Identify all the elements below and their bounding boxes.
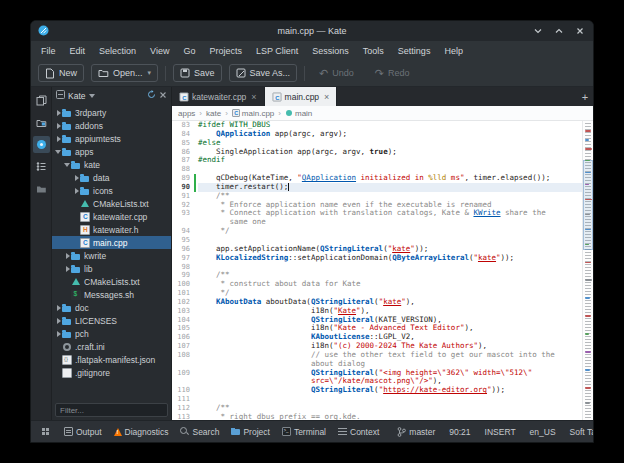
line-number[interactable]: 113 xyxy=(172,413,194,420)
tree-item-katewaiter-cpp[interactable]: katewaiter.cpp xyxy=(52,210,171,223)
sidebar-files-button[interactable] xyxy=(33,180,50,197)
line-number[interactable]: 108 xyxy=(172,351,194,360)
open-button[interactable]: Open... ▾ xyxy=(91,64,158,82)
line-number[interactable]: 105 xyxy=(172,324,194,333)
line-number[interactable]: 112 xyxy=(172,404,194,413)
menu-item-help[interactable]: Help xyxy=(437,44,470,58)
breadcrumb-item-main[interactable]: main xyxy=(285,109,312,118)
code-line-86[interactable]: 86 SingleApplication app(argc, argv, tru… xyxy=(172,148,582,157)
line-number[interactable]: 95 xyxy=(172,236,194,245)
title-bar[interactable]: main.cpp — Kate xyxy=(31,21,593,41)
tree-item-katewaiter-h[interactable]: katewaiter.h xyxy=(52,223,171,236)
tree-item-kwrite[interactable]: kwrite xyxy=(52,249,171,262)
tab-close-icon[interactable]: × xyxy=(324,92,329,102)
minimap-viewport[interactable] xyxy=(583,160,593,250)
cursor-position-status[interactable]: 90:21 xyxy=(444,427,475,437)
expander-down-icon[interactable] xyxy=(55,147,62,157)
line-number[interactable]: 91 xyxy=(172,192,194,201)
breadcrumb-item-apps[interactable]: apps xyxy=(178,109,195,118)
tree-item-gitignore[interactable]: .gitignore xyxy=(52,366,171,379)
refresh-icon[interactable] xyxy=(147,90,156,101)
expander-right-icon[interactable] xyxy=(64,264,71,274)
expander-right-icon[interactable] xyxy=(73,173,80,183)
line-number[interactable]: 98 xyxy=(172,263,194,272)
menu-item-selection[interactable]: Selection xyxy=(92,44,143,58)
line-number[interactable]: 88 xyxy=(172,165,194,174)
input-mode-status[interactable]: INSERT xyxy=(480,427,521,437)
expander-right-icon[interactable] xyxy=(55,316,62,326)
menu-item-file[interactable]: File xyxy=(34,44,63,58)
menu-item-edit[interactable]: Edit xyxy=(63,44,93,58)
undo-button[interactable]: ↶ Undo xyxy=(312,64,361,82)
code-line-111[interactable]: 111 xyxy=(172,395,582,404)
tree-item-pch[interactable]: pch xyxy=(52,327,171,340)
breadcrumb-item-kate[interactable]: kate xyxy=(206,109,221,118)
tab-main-cpp[interactable]: main.cpp× xyxy=(265,87,338,106)
line-number[interactable]: 84 xyxy=(172,130,194,139)
close-button[interactable] xyxy=(574,25,586,37)
line-number[interactable]: 90 xyxy=(172,183,194,192)
line-number[interactable]: 83 xyxy=(172,121,194,130)
tree-item-messages-sh[interactable]: Messages.sh xyxy=(52,288,171,301)
code-line-wrap[interactable]: same one xyxy=(172,218,582,227)
sidebar-projects-button[interactable] xyxy=(33,136,50,153)
sidebar-documents-button[interactable] xyxy=(33,92,50,109)
tree-item-kate[interactable]: kate xyxy=(52,158,171,171)
menu-item-sessions[interactable]: Sessions xyxy=(305,44,356,58)
minimap-scrollbar[interactable] xyxy=(582,121,593,420)
code-line-90[interactable]: 90 timer.restart(); xyxy=(172,183,582,192)
code-line-110[interactable]: 110 QStringLiteral("https://kate-editor.… xyxy=(172,386,582,395)
code-editor[interactable]: 83#ifdef WITH_DBUS84 QApplication app(ar… xyxy=(172,121,582,420)
tab-mode-status[interactable]: Soft Tabs: 4 xyxy=(565,427,594,437)
project-selector[interactable]: Kate xyxy=(68,91,86,101)
tree-item-flatpak-manifest-json[interactable]: .flatpak-manifest.json xyxy=(52,353,171,366)
expander-down-icon[interactable] xyxy=(64,160,71,170)
line-number[interactable]: 102 xyxy=(172,298,194,307)
redo-button[interactable]: ↷ Redo xyxy=(368,64,417,82)
expander-right-icon[interactable] xyxy=(55,329,62,339)
code-line-94[interactable]: 94 */ xyxy=(172,227,582,236)
tree-item-cmakelists-txt[interactable]: CMakeLists.txt xyxy=(52,197,171,210)
expander-right-icon[interactable] xyxy=(64,251,71,261)
menu-item-settings[interactable]: Settings xyxy=(391,44,438,58)
tree-item-3rdparty[interactable]: 3rdparty xyxy=(52,106,171,119)
expander-right-icon[interactable] xyxy=(73,186,80,196)
menu-item-go[interactable]: Go xyxy=(176,44,202,58)
line-number[interactable]: 104 xyxy=(172,316,194,325)
line-number[interactable]: 94 xyxy=(172,227,194,236)
filter-input[interactable] xyxy=(55,403,168,417)
line-number[interactable]: 101 xyxy=(172,289,194,298)
tree-item-cmakelists-txt[interactable]: CMakeLists.txt xyxy=(52,275,171,288)
panel-button-context[interactable]: Context xyxy=(333,425,384,439)
menu-item-view[interactable]: View xyxy=(143,44,176,58)
expander-right-icon[interactable] xyxy=(55,108,62,118)
line-number[interactable]: 106 xyxy=(172,333,194,342)
panel-grid-button[interactable] xyxy=(36,425,55,438)
tab-close-icon[interactable]: × xyxy=(251,92,256,102)
menu-item-tools[interactable]: Tools xyxy=(356,44,391,58)
code-line-113[interactable]: 113 * right dbus prefix == org.kde. xyxy=(172,413,582,420)
line-number[interactable]: 111 xyxy=(172,395,194,404)
save-button[interactable]: Save xyxy=(173,64,222,82)
line-number[interactable]: 103 xyxy=(172,307,194,316)
tree-item-main-cpp[interactable]: main.cpp xyxy=(52,236,171,249)
expander-right-icon[interactable] xyxy=(55,134,62,144)
expander-right-icon[interactable] xyxy=(55,303,62,313)
tree-item-icons[interactable]: icons xyxy=(52,184,171,197)
breadcrumb-item-main-cpp[interactable]: main.cpp xyxy=(232,109,274,118)
line-number[interactable]: 96 xyxy=(172,245,194,254)
line-number[interactable]: 107 xyxy=(172,342,194,351)
line-number[interactable] xyxy=(172,360,194,369)
tree-item-craft-ini[interactable]: .craft.ini xyxy=(52,340,171,353)
new-button[interactable]: New xyxy=(38,64,84,82)
new-tab-button[interactable]: + xyxy=(577,87,593,106)
tree-item-appiumtests[interactable]: appiumtests xyxy=(52,132,171,145)
dictionary-status[interactable]: en_US xyxy=(525,427,561,437)
tree-item-licenses[interactable]: LICENSES xyxy=(52,314,171,327)
sidebar-symbols-button[interactable] xyxy=(33,158,50,175)
expander-right-icon[interactable] xyxy=(55,121,62,131)
sidebar-filesystem-button[interactable] xyxy=(33,114,50,131)
line-number[interactable] xyxy=(172,377,194,386)
panel-button-terminal[interactable]: Terminal xyxy=(277,425,331,439)
tree-item-addons[interactable]: addons xyxy=(52,119,171,132)
